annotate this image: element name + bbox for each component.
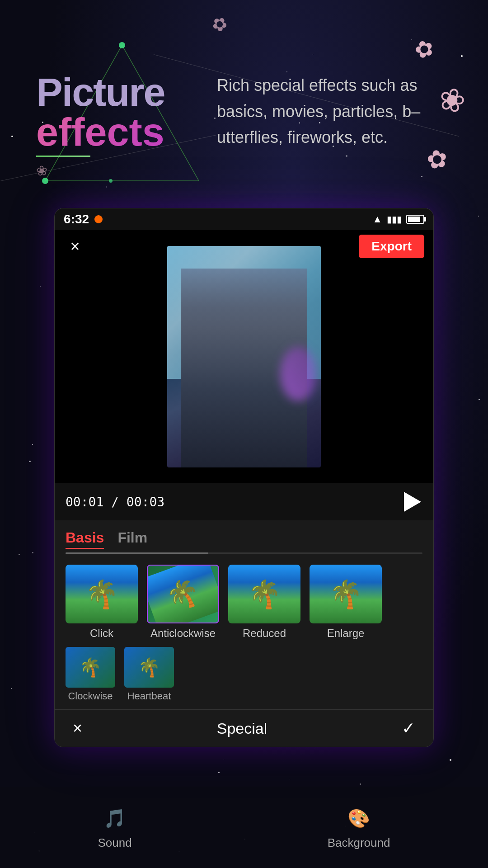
effects-tabs: Basis Film	[55, 520, 433, 552]
play-icon	[404, 492, 421, 512]
small-label-clockwise: Clockwise	[68, 690, 113, 702]
effect-reduced[interactable]: 🌴 Reduced	[228, 565, 300, 640]
palm-icon-3: 🌴	[228, 565, 300, 623]
star-dot	[11, 136, 13, 137]
effect-label-click: Click	[90, 627, 113, 640]
svg-point-3	[109, 179, 113, 183]
palm-icon-4: 🌴	[310, 565, 382, 623]
effect-anticlockwise[interactable]: 🌴 Anticlockwise	[147, 565, 219, 640]
star-dot	[421, 176, 423, 178]
action-bar: × Special ✓	[55, 709, 433, 747]
video-controls-bar: × Export	[55, 235, 433, 258]
nav-sound[interactable]: 🎵 Sound	[98, 805, 132, 850]
small-thumb-img-clockwise: 🌴	[66, 647, 115, 688]
small-label-heartbeat: Heartbeat	[127, 690, 171, 702]
status-left: 6:32	[64, 212, 103, 226]
star-dot	[450, 759, 451, 761]
effect-click[interactable]: 🌴 Click	[66, 565, 138, 640]
star-dot	[256, 61, 256, 62]
video-thumbnail	[167, 246, 321, 467]
scroll-thumb	[66, 552, 208, 554]
signal-icon: ▮▮▮	[387, 214, 402, 225]
star-dot	[478, 216, 479, 217]
effect-thumb-enlarge: 🌴	[310, 565, 382, 623]
star-dot	[346, 155, 347, 156]
title-picture: Picture	[36, 72, 164, 112]
effect-label-reduced: Reduced	[243, 627, 286, 640]
wifi-icon: ▲	[372, 213, 382, 225]
small-thumb-img-heartbeat: 🌴	[124, 647, 174, 688]
video-timestamp: 00:01 / 00:03	[66, 495, 164, 509]
small-thumb-heartbeat[interactable]: 🌴 Heartbeat	[124, 647, 174, 702]
palm-icon-1: 🌴	[66, 565, 138, 623]
tab-basis[interactable]: Basis	[66, 528, 104, 549]
status-bar: 6:32 ▲ ▮▮▮	[55, 208, 433, 230]
title-section: Picture effects	[36, 72, 164, 157]
star-dot	[29, 461, 31, 462]
title-underline	[36, 156, 90, 157]
sound-icon: 🎵	[101, 805, 128, 832]
close-button[interactable]: ×	[64, 235, 86, 258]
scroll-indicator	[66, 552, 422, 554]
status-time: 6:32	[64, 212, 89, 226]
status-icons: ▲ ▮▮▮	[372, 213, 424, 225]
status-dot	[94, 215, 103, 223]
effect-thumb-anticlockwise: 🌴	[147, 565, 219, 623]
effect-thumb-reduced: 🌴	[228, 565, 300, 623]
phone-mockup: 6:32 ▲ ▮▮▮ × Export	[54, 208, 434, 747]
small-thumb-clockwise[interactable]: 🌴 Clockwise	[66, 647, 115, 702]
battery-icon	[406, 215, 424, 224]
svg-point-2	[42, 178, 48, 184]
small-thumbs-row: 🌴 Clockwise 🌴 Heartbeat	[55, 647, 433, 709]
effect-label-enlarge: Enlarge	[327, 627, 365, 640]
bottom-nav: 🎵 Sound 🎨 Background	[0, 787, 488, 868]
video-area: × Export	[55, 230, 433, 483]
background-icon: 🎨	[345, 805, 372, 832]
tab-film[interactable]: Film	[117, 528, 147, 549]
cherry-blossom-5: ❀	[36, 162, 48, 179]
header-description: Rich special effects such as basics, mov…	[217, 72, 470, 151]
effect-enlarge[interactable]: 🌴 Enlarge	[310, 565, 382, 640]
nav-label-sound: Sound	[98, 836, 132, 850]
effect-thumb-click: 🌴	[66, 565, 138, 623]
cancel-button[interactable]: ×	[73, 719, 82, 738]
title-effects: effects	[36, 112, 164, 152]
effects-grid: 🌴 Click 🌴 Anticlockwise 🌴 Reduced 🌴 Enla…	[55, 557, 433, 647]
export-button[interactable]: Export	[359, 235, 424, 258]
svg-point-1	[119, 42, 125, 48]
effect-label-anticlockwise: Anticlockwise	[150, 627, 216, 640]
nav-label-background: Background	[328, 836, 390, 850]
action-title: Special	[217, 720, 267, 737]
confirm-button[interactable]: ✓	[402, 719, 415, 738]
nav-background[interactable]: 🎨 Background	[328, 805, 390, 850]
purple-flash-effect	[280, 347, 316, 401]
palm-icon-2: 🌴	[147, 565, 219, 623]
star-dot	[11, 688, 12, 689]
play-button[interactable]	[400, 491, 422, 513]
time-display: 00:01 / 00:03	[55, 483, 433, 520]
